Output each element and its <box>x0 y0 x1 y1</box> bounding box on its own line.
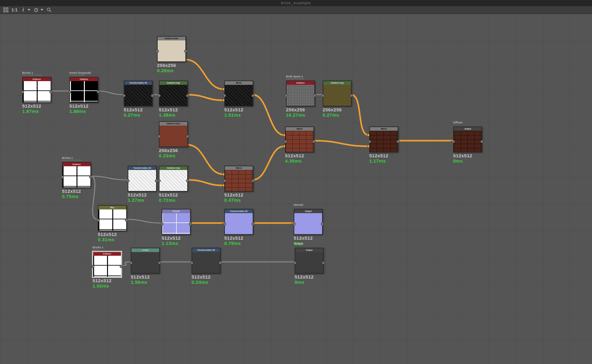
node-connector-in[interactable] <box>293 261 296 264</box>
node-frame[interactable]: Gradient map <box>323 81 352 106</box>
node-frame[interactable]: Blend <box>369 126 398 152</box>
graph-node[interactable]: Height Output 512x512 0ms <box>295 248 322 285</box>
node-connector-out[interactable] <box>186 179 189 182</box>
graph-node[interactable]: Blend 512x512 1.17ms <box>369 126 397 163</box>
graph-node[interactable]: Uniform Color 256x256 0.26ms <box>157 36 185 73</box>
node-connector-in[interactable] <box>21 90 24 93</box>
node-connector-in[interactable] <box>223 94 226 97</box>
node-connector-out[interactable] <box>313 94 316 97</box>
node-connector-in[interactable] <box>97 219 100 222</box>
info-icon[interactable]: i <box>20 7 26 13</box>
node-frame[interactable]: Transformation 2D <box>224 209 253 235</box>
node-connector-out[interactable] <box>186 94 189 97</box>
node-connector-out[interactable] <box>89 176 92 179</box>
node-connector-out[interactable] <box>396 140 399 143</box>
node-connector-in[interactable] <box>160 222 164 225</box>
node-frame[interactable]: Output <box>295 248 324 274</box>
graph-node[interactable]: Blend 512x512 0.47ms <box>224 166 252 203</box>
node-connector-out[interactable] <box>189 222 192 225</box>
node-connector-in[interactable] <box>126 179 130 182</box>
node-frame[interactable]: Transformation 2D <box>192 248 221 274</box>
graph-node[interactable]: Uniform Color 256x256 0.23ms <box>159 121 187 158</box>
node-frame[interactable]: Blend <box>285 126 314 152</box>
node-frame[interactable]: Gradient map <box>159 81 188 106</box>
graph-node[interactable]: Normal Output 512x512 0ms <box>294 209 321 246</box>
node-connector-in[interactable] <box>285 94 288 97</box>
node-connector-in[interactable] <box>68 90 71 93</box>
node-frame[interactable]: Transformation 2D <box>124 81 153 106</box>
graph-node[interactable]: Invert Grayscaleinvert_grayscale/in... I… <box>69 77 97 114</box>
node-connector-out[interactable] <box>251 179 255 182</box>
node-frame[interactable]: Levels <box>131 248 160 274</box>
graph-node[interactable]: Gradient map 512x512 0.72ms <box>159 166 187 203</box>
graph-node[interactable]: Transformation 2D 512x512 0.79ms <box>224 209 252 246</box>
info-dropdown-icon[interactable] <box>28 9 30 11</box>
graph-node[interactable]: Gradient map 512x512 1.38ms <box>159 81 187 118</box>
node-frame[interactable]: Instance <box>22 77 51 103</box>
graph-node[interactable]: Transformation 2D 512x512 0.24ms <box>192 248 219 285</box>
node-connector-in[interactable] <box>190 261 193 264</box>
node-connector-out[interactable] <box>251 222 255 225</box>
node-connector-out[interactable] <box>151 94 154 97</box>
fit-view-icon[interactable] <box>3 7 9 13</box>
node-connector-out[interactable] <box>184 50 187 53</box>
node-frame[interactable]: Instance <box>286 81 315 106</box>
node-connector-out[interactable] <box>219 261 222 264</box>
node-connector-in[interactable] <box>91 265 94 268</box>
node-connector-out[interactable] <box>158 261 161 264</box>
node-frame[interactable]: Blur <box>98 205 127 231</box>
node-connector-in[interactable] <box>321 94 325 97</box>
actual-size-icon[interactable]: 1:1 <box>12 7 17 13</box>
node-connector-out[interactable] <box>312 140 315 143</box>
node-connector-in[interactable] <box>61 176 64 179</box>
node-connector-out[interactable] <box>120 265 123 268</box>
node-connector-out[interactable] <box>186 135 189 138</box>
graph-node[interactable]: Bricks 1bricks_1/bricks_1/bricks... Inst… <box>22 77 50 114</box>
node-frame[interactable]: Instance <box>62 162 91 188</box>
node-frame[interactable]: Transformation 2D <box>128 166 157 192</box>
node-connector-in[interactable] <box>284 140 287 143</box>
node-frame[interactable]: Instance <box>69 77 98 103</box>
node-frame[interactable]: Uniform Color <box>159 121 188 147</box>
node-connector-in[interactable] <box>368 140 371 143</box>
graph-node[interactable]: Bricks 1bricks_1/bricks_1/bricks... Inst… <box>62 162 90 199</box>
graph-node[interactable]: Diffuse Output 512x512 0ms <box>453 126 481 163</box>
timer-dropdown-icon[interactable] <box>41 9 43 11</box>
node-frame[interactable]: Uniform Color <box>157 36 186 62</box>
node-connector-out[interactable] <box>350 94 353 97</box>
node-connector-out[interactable] <box>321 222 324 225</box>
graph-node[interactable]: Transformation 2D 512x512 1.27ms <box>128 166 155 203</box>
node-connector-in[interactable] <box>158 179 161 182</box>
node-connector-out[interactable] <box>251 94 255 97</box>
node-connector-in[interactable] <box>223 222 226 225</box>
node-connector-in[interactable] <box>223 179 226 182</box>
graph-node[interactable]: Transformation 2D 512x512 0.27ms <box>124 81 151 118</box>
node-connector-out[interactable] <box>49 90 52 93</box>
node-frame[interactable]: Normal <box>162 209 191 235</box>
node-connector-in[interactable] <box>158 94 161 97</box>
graph-node[interactable]: Blur 512x512 0.31ms <box>98 205 126 242</box>
node-connector-out[interactable] <box>322 261 325 264</box>
node-frame[interactable]: Gradient map <box>159 166 188 192</box>
node-frame[interactable]: Output <box>453 126 482 152</box>
graph-node[interactable]: BnW Spots 1bnw_spots_1/bnw_sp... Instanc… <box>286 81 314 118</box>
node-frame[interactable]: Blend <box>224 81 253 106</box>
graph-node[interactable]: Levels 512x512 1.56ms <box>131 248 159 285</box>
node-frame[interactable]: Instance <box>93 251 122 277</box>
node-connector-in[interactable] <box>292 222 296 225</box>
graph-node[interactable]: Blend 512x512 4.35ms <box>285 126 313 163</box>
node-frame[interactable]: Blend <box>224 166 253 192</box>
node-connector-in[interactable] <box>452 140 455 143</box>
graph-node[interactable]: Gradient map 256x256 0.27ms <box>323 81 350 118</box>
search-icon[interactable] <box>46 7 52 13</box>
graph-node[interactable]: Normal 512x512 1.13ms <box>162 209 189 246</box>
node-connector-out[interactable] <box>125 219 128 222</box>
node-connector-in[interactable] <box>122 94 126 97</box>
node-connector-in[interactable] <box>130 261 133 264</box>
node-frame[interactable]: Output <box>294 209 323 235</box>
node-connector-out[interactable] <box>97 90 100 93</box>
node-connector-in[interactable] <box>158 135 161 138</box>
node-graph-canvas[interactable]: Uniform Color 256x256 0.26ms Bricks 1bri… <box>0 14 592 364</box>
timer-icon[interactable] <box>33 7 39 13</box>
node-connector-in[interactable] <box>156 50 159 53</box>
